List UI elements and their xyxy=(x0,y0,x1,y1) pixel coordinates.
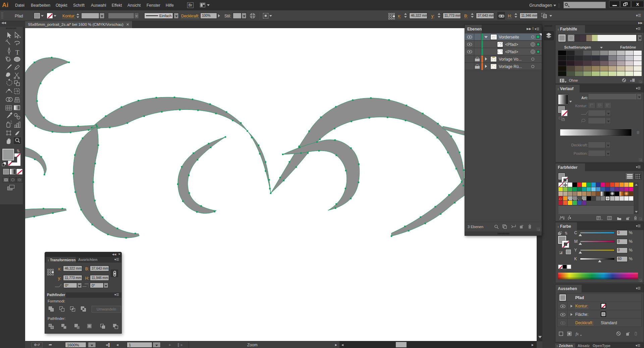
svg-text:T: T xyxy=(15,49,19,56)
svg-text:fx: fx xyxy=(576,331,579,336)
